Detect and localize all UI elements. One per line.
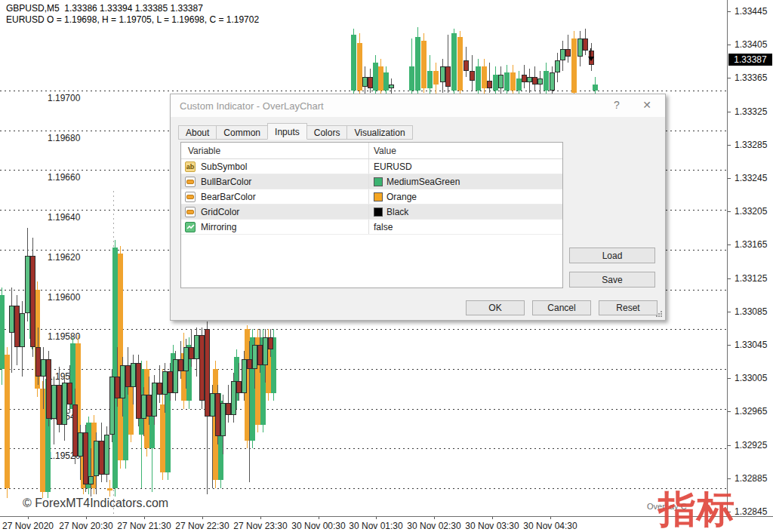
main-symbol-quote: GBPUSD,M5 1.33386 1.33394 1.33385 1.3338… xyxy=(6,3,203,14)
bool-input-icon xyxy=(185,222,196,232)
tab-inputs[interactable]: Inputs xyxy=(267,123,307,140)
price-axis-label: 1.33365 xyxy=(735,72,767,83)
price-axis-label: 1.33125 xyxy=(735,273,767,284)
candle-body xyxy=(189,347,194,359)
overlay-bar xyxy=(409,66,414,91)
color-swatch xyxy=(374,177,383,186)
axis-tick xyxy=(728,145,731,146)
tab-strip: AboutCommonInputsColorsVisualization xyxy=(178,123,413,140)
price-axis-label: 1.33205 xyxy=(735,206,767,217)
candle-body xyxy=(168,371,173,393)
overlay-bar xyxy=(571,38,577,93)
axis-tick xyxy=(728,211,731,212)
input-row-mirroring[interactable]: Mirroring false xyxy=(181,220,562,235)
price-axis-label: 1.33325 xyxy=(735,106,767,117)
overlay-bar xyxy=(510,72,516,91)
candle-body xyxy=(210,393,215,417)
tab-colors[interactable]: Colors xyxy=(307,125,348,140)
help-button[interactable]: ? xyxy=(608,99,626,112)
candle-body xyxy=(162,371,168,395)
overlay-bar xyxy=(373,63,378,91)
candle-body xyxy=(20,313,25,347)
axis-tick xyxy=(728,312,731,312)
candle-body xyxy=(257,345,263,365)
candle-body xyxy=(231,381,236,415)
candle-body xyxy=(470,71,475,81)
candle-body xyxy=(487,81,492,88)
candle-body xyxy=(141,395,146,419)
candle-body xyxy=(247,359,252,369)
time-axis-label: 30 Nov 04:30 xyxy=(523,521,577,531)
grid-line xyxy=(0,329,727,330)
candle-body xyxy=(537,78,543,85)
candle-wick xyxy=(489,63,490,93)
overlay-price-label: 1.19640 xyxy=(48,212,80,223)
candle-body xyxy=(57,385,62,425)
candle-body xyxy=(236,381,242,393)
overlay-bar xyxy=(433,71,439,85)
candle-body xyxy=(30,256,35,347)
input-row-bullbarcolor[interactable]: BullBarColor MediumSeaGreen xyxy=(181,174,562,189)
time-axis[interactable]: 27 Nov 2020 27 Nov 20:30 27 Nov 21:30 27… xyxy=(0,516,773,532)
candle-body xyxy=(99,441,104,475)
close-button[interactable]: ✕ xyxy=(638,99,656,112)
input-row-bearbarcolor[interactable]: BearBarColor Orange xyxy=(181,189,562,204)
column-variable: Variable xyxy=(188,146,220,156)
axis-tick xyxy=(728,345,731,346)
resize-grip[interactable] xyxy=(655,310,663,318)
axis-tick xyxy=(728,411,731,412)
save-button[interactable]: Save xyxy=(569,272,655,288)
tab-visualization[interactable]: Visualization xyxy=(347,125,412,140)
variable-name: GridColor xyxy=(201,207,239,217)
candle-body xyxy=(88,476,94,484)
tab-common[interactable]: Common xyxy=(217,125,268,140)
tab-about[interactable]: About xyxy=(178,125,217,140)
time-axis-label: 30 Nov 01:30 xyxy=(349,521,402,531)
candle-body xyxy=(9,306,14,333)
input-row-gridcolor[interactable]: GridColor Black xyxy=(181,204,562,220)
grid-line xyxy=(0,369,727,370)
candle-body xyxy=(104,435,109,475)
candle-body xyxy=(178,359,183,371)
overlay-bar xyxy=(482,66,487,88)
color-swatch xyxy=(374,208,383,217)
axis-tick xyxy=(319,517,319,519)
candle-body xyxy=(263,337,268,365)
variable-name: BearBarColor xyxy=(201,192,256,202)
candle-body xyxy=(152,383,157,417)
candle-body xyxy=(242,359,247,393)
price-axis-label: 1.33245 xyxy=(735,173,767,183)
candle-body xyxy=(78,432,83,457)
overlay-bar xyxy=(544,71,549,91)
price-axis-label: 1.32965 xyxy=(735,406,767,417)
current-price-badge: 1.33387 xyxy=(728,54,772,66)
candle-body xyxy=(527,77,532,82)
dialog-title: Custom Indicator - OverLayChart xyxy=(180,100,324,112)
cancel-button[interactable]: Cancel xyxy=(532,300,591,315)
input-row-subsymbol[interactable]: ab SubSymbol EURUSD xyxy=(181,159,562,174)
axis-tick xyxy=(86,517,87,519)
dialog-titlebar[interactable]: Custom Indicator - OverLayChart ? ✕ xyxy=(171,94,665,117)
axis-tick xyxy=(260,517,261,519)
price-axis[interactable]: 1.33445 1.33405 1.33365 1.33325 1.33285 … xyxy=(727,0,773,516)
candle-body xyxy=(25,256,30,313)
ohlc-header: GBPUSD,M5 1.33386 1.33394 1.33385 1.3338… xyxy=(6,3,259,26)
axis-tick xyxy=(202,517,203,519)
price-down-arrow-icon xyxy=(587,48,594,62)
ok-button[interactable]: OK xyxy=(466,300,525,315)
axis-tick xyxy=(492,517,493,519)
candle-body xyxy=(120,365,125,398)
overlay-bar xyxy=(421,41,427,88)
candle-body xyxy=(560,49,565,60)
price-axis-label: 1.33005 xyxy=(735,373,767,383)
candle-body xyxy=(183,347,189,371)
variable-value: MediumSeaGreen xyxy=(374,177,460,187)
load-button[interactable]: Load xyxy=(569,248,655,263)
inputs-table[interactable]: Variable Value ab SubSymbol EURUSD BullB… xyxy=(180,142,563,288)
candle-body xyxy=(72,404,78,457)
time-axis-label: 30 Nov 03:30 xyxy=(465,521,519,531)
reset-button[interactable]: Reset xyxy=(599,300,658,315)
candle-body xyxy=(220,403,226,436)
candle-body xyxy=(94,441,99,476)
candle-body xyxy=(67,383,72,404)
